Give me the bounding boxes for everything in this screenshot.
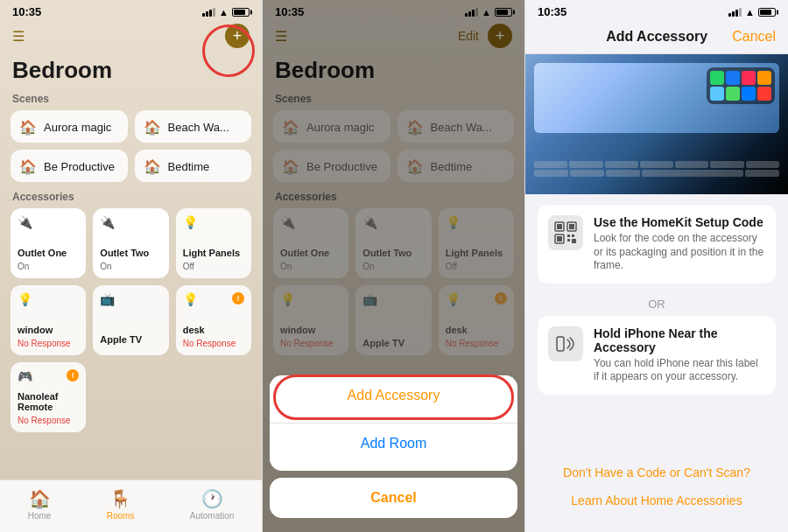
acc-status-error: No Response (183, 339, 244, 348)
key (569, 161, 602, 168)
acc-status: On (18, 262, 79, 271)
nav-bar-1: ☰ + (0, 22, 262, 53)
option-list: Use the HomeKit Setup Code Look for the … (525, 205, 788, 395)
light-icon: 💡 (183, 215, 244, 229)
accessory-desk[interactable]: 💡 ! desk No Response (176, 285, 251, 355)
status-icons-1: ▲ (202, 7, 250, 18)
time-1: 10:35 (12, 5, 41, 18)
outlet-icon: 🔌 (100, 215, 161, 229)
acc-name: Nanoleaf Remote (18, 391, 79, 412)
tab-automation-label: Automation (190, 511, 235, 521)
nfc-option[interactable]: Hold iPhone Near the Accessory You can h… (538, 316, 776, 395)
svg-rect-10 (557, 337, 564, 351)
key (534, 170, 568, 177)
accessory-light-panels[interactable]: 💡 Light Panels Off (176, 208, 251, 278)
svg-rect-5 (557, 236, 562, 242)
action-sheet: Add Accessory Add Room Cancel (263, 368, 524, 532)
no-code-link[interactable]: Don't Have a Code or Can't Scan? (525, 458, 788, 486)
homekit-desc: Look for the code on the accessory or it… (594, 232, 765, 273)
acc-status: On (100, 262, 161, 271)
acc-name: Outlet One (18, 248, 79, 258)
tv-icon: 📺 (100, 292, 161, 306)
panel-1: 10:35 ▲ ☰ + Bedroom Scenes 🏠 Aurora magi… (0, 0, 263, 532)
key (606, 170, 640, 177)
scene-name: Aurora magic (44, 121, 111, 134)
scene-aurora-magic-1[interactable]: 🏠 Aurora magic (11, 110, 128, 143)
signal-icon-1 (202, 8, 215, 17)
add-button-1[interactable]: + (225, 24, 250, 48)
tab-rooms-label: Rooms (107, 511, 135, 521)
house-icon: 🏠 (144, 119, 161, 136)
scene-productive-1[interactable]: 🏠 Be Productive (11, 150, 128, 182)
battery-icon-3 (758, 8, 776, 17)
spacebar (642, 170, 744, 177)
svg-rect-1 (557, 224, 562, 229)
tab-automation[interactable]: 🕐 Automation (190, 488, 235, 521)
scene-name: Beach Wa... (168, 121, 229, 134)
tab-home-label: Home (28, 511, 52, 521)
add-room-button[interactable]: Add Room (270, 424, 517, 464)
scene-name: Bedtime (168, 160, 210, 173)
panel-2: 10:35 ▲ ☰ Edit + Bedroom Scenes 🏠 Aurora… (263, 0, 525, 532)
svg-rect-7 (572, 234, 574, 237)
accessory-nanoleaf[interactable]: 🎮 ! Nanoleaf Remote No Response (11, 362, 86, 432)
acc-status: Off (183, 262, 244, 271)
cancel-button-2[interactable]: Cancel (270, 478, 517, 518)
status-bar-1: 10:35 ▲ (0, 0, 262, 22)
scene-beach-1[interactable]: 🏠 Beach Wa... (135, 110, 252, 143)
wifi-icon-1: ▲ (219, 7, 229, 18)
battery-icon-1 (232, 8, 250, 17)
home-tab-icon: 🏠 (29, 488, 51, 509)
status-bar-3: 10:35 ▲ (525, 0, 788, 22)
error-badge: ! (232, 292, 244, 304)
homekit-option-text: Use the HomeKit Setup Code Look for the … (594, 215, 765, 273)
accessory-window[interactable]: 💡 window No Response (11, 285, 86, 355)
add-accessory-button[interactable]: Add Accessory (270, 375, 517, 416)
svg-rect-8 (567, 239, 570, 242)
svg-rect-9 (572, 239, 576, 243)
homekit-setup-code-option[interactable]: Use the HomeKit Setup Code Look for the … (538, 205, 776, 284)
tab-home[interactable]: 🏠 Home (28, 488, 52, 521)
rooms-tab-icon: 🪑 (109, 488, 131, 509)
qr-code-icon (548, 215, 583, 250)
accessory-outlet-one[interactable]: 🔌 Outlet One On (11, 208, 86, 278)
acc-status-error: No Response (18, 416, 79, 425)
nfc-title: Hold iPhone Near the Accessory (594, 326, 765, 354)
tab-rooms[interactable]: 🪑 Rooms (107, 488, 135, 521)
key (675, 161, 708, 168)
scenes-label-1: Scenes (0, 91, 262, 110)
acc-status-error: No Response (18, 339, 79, 348)
accessory-image (525, 54, 788, 194)
time-3: 10:35 (538, 5, 566, 18)
status-icons-3: ▲ (728, 7, 776, 18)
header-title: Add Accessory (606, 29, 707, 45)
or-divider: OR (538, 292, 776, 316)
accessory-appletv[interactable]: 📺 Apple TV (93, 285, 168, 355)
acc-name: Outlet Two (100, 248, 161, 258)
learn-accessories-link[interactable]: Learn About Home Accessories (525, 486, 788, 514)
accessory-outlet-two[interactable]: 🔌 Outlet Two On (93, 208, 168, 278)
nfc-icon (548, 326, 583, 361)
acc-name: Apple TV (100, 334, 161, 345)
menu-icon-1[interactable]: ☰ (12, 28, 25, 45)
panel-3: 10:35 ▲ Add Accessory Cancel (525, 0, 788, 532)
light-icon: 💡 (18, 292, 79, 306)
add-accessory-header: Add Accessory Cancel (525, 22, 788, 54)
room-title-1: Bedroom (0, 53, 262, 91)
bottom-links: Don't Have a Code or Can't Scan? Learn A… (525, 458, 788, 514)
scene-bedtime-1[interactable]: 🏠 Bedtime (135, 150, 252, 182)
wifi-icon-3: ▲ (745, 7, 755, 18)
cancel-button-3[interactable]: Cancel (732, 29, 776, 45)
outlet-icon: 🔌 (18, 215, 79, 229)
house-icon: 🏠 (19, 119, 37, 136)
nfc-option-text: Hold iPhone Near the Accessory You can h… (594, 326, 765, 384)
key (745, 170, 779, 177)
key (710, 161, 743, 168)
key (746, 161, 779, 168)
nfc-desc: You can hold iPhone near this label if i… (594, 357, 765, 384)
svg-rect-3 (569, 224, 574, 229)
house-icon: 🏠 (19, 158, 37, 175)
acc-name: Light Panels (183, 248, 244, 258)
key (640, 161, 673, 168)
svg-rect-6 (567, 234, 570, 237)
